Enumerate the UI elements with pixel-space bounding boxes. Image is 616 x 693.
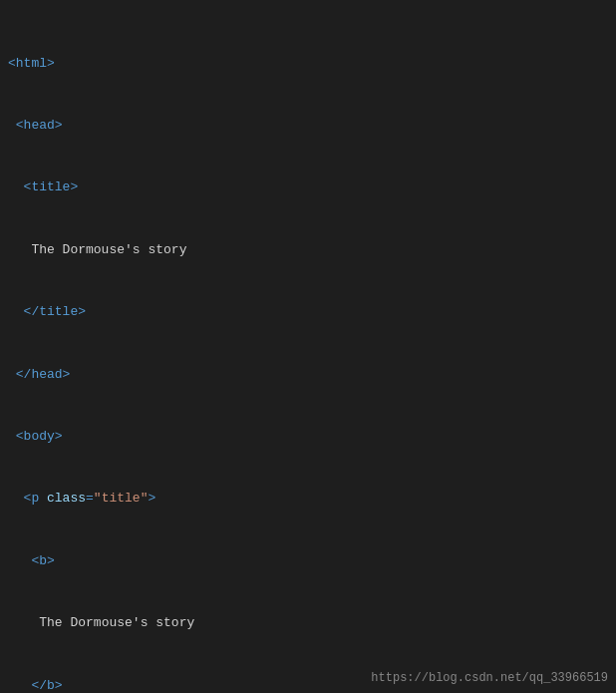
body-open-tag: <body>	[16, 429, 63, 444]
code-line-1: <html>	[8, 54, 608, 75]
code-line-7: <body>	[8, 427, 608, 448]
title-close-tag: </title>	[24, 304, 86, 319]
class-attr-name: class	[47, 491, 86, 506]
title-text: The Dormouse's story	[31, 242, 186, 257]
code-line-6: </head>	[8, 365, 608, 386]
code-line-8: <p class="title">	[8, 489, 608, 510]
p-title-tag: <p	[24, 491, 47, 506]
code-line-9: <b>	[8, 551, 608, 572]
head-close-tag: </head>	[16, 367, 71, 382]
code-editor: <html> <head> <title> The Dormouse's sto…	[0, 8, 616, 693]
code-line-4: The Dormouse's story	[8, 240, 608, 261]
title-class-value: "title"	[94, 491, 149, 506]
b-open-tag: <b>	[31, 553, 54, 568]
b-close-tag: </b>	[31, 678, 62, 693]
code-line-2: <head>	[8, 116, 608, 137]
title-open-tag: <title>	[24, 179, 79, 194]
head-open-tag: <head>	[16, 118, 63, 133]
watermark: https://blog.csdn.net/qq_33966519	[371, 671, 608, 685]
code-line-3: <title>	[8, 177, 608, 198]
b-text: The Dormouse's story	[39, 615, 194, 630]
code-line-5: </title>	[8, 302, 608, 323]
code-line-10: The Dormouse's story	[8, 613, 608, 634]
html-open-tag: <html>	[8, 56, 55, 71]
